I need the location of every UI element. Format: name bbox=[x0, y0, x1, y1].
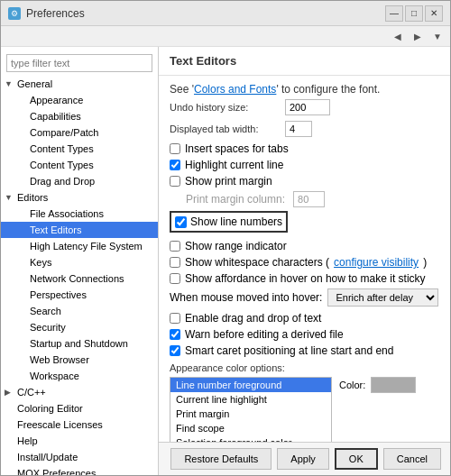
sidebar-label-drag-drop: Drag and Drop bbox=[30, 176, 95, 187]
minimize-button[interactable]: — bbox=[385, 5, 403, 22]
forward-button[interactable]: ▶ bbox=[409, 28, 427, 44]
sidebar-label-web-browser: Web Browser bbox=[30, 354, 89, 365]
tab-width-label: Displayed tab width: bbox=[170, 124, 278, 134]
sidebar-item-web-browser[interactable]: Web Browser bbox=[1, 352, 158, 368]
smart-caret-checkbox[interactable] bbox=[170, 345, 180, 356]
sidebar-item-drag-drop[interactable]: Drag and Drop bbox=[1, 173, 158, 189]
color-item-print-margin[interactable]: Print margin bbox=[170, 407, 331, 421]
sidebar-item-capabilities[interactable]: Capabilities bbox=[1, 108, 158, 124]
sidebar-label-workspace: Workspace bbox=[30, 371, 79, 381]
sidebar-label-content-types: Content Types bbox=[30, 143, 94, 154]
sidebar-item-compare-patch[interactable]: Compare/Patch bbox=[1, 124, 158, 141]
sidebar-label-capabilities: Capabilities bbox=[30, 111, 81, 122]
print-margin-col-input[interactable] bbox=[293, 191, 325, 207]
window-title: Preferences bbox=[26, 7, 85, 20]
sidebar-item-mqx-preferences[interactable]: MQX Preferences bbox=[1, 465, 158, 475]
sidebar-item-editors[interactable]: Editors bbox=[1, 189, 158, 206]
sidebar-item-keys[interactable]: Keys bbox=[1, 254, 158, 270]
color-item-line-number-fg[interactable]: Line number foreground bbox=[170, 378, 331, 392]
sidebar-label-compare-patch: Compare/Patch bbox=[30, 127, 98, 138]
home-button[interactable]: ▼ bbox=[428, 28, 446, 44]
sidebar-item-content-types[interactable]: Content Types bbox=[1, 141, 158, 157]
sidebar-label-help: Help bbox=[17, 435, 38, 446]
color-item-current-line-highlight[interactable]: Current line highlight bbox=[170, 392, 331, 407]
smart-caret-label: Smart caret positioning at line start an… bbox=[185, 344, 393, 357]
appearance-label: Appearance color options: bbox=[170, 362, 439, 373]
tab-width-input[interactable] bbox=[285, 121, 312, 137]
affordance-checkbox[interactable] bbox=[170, 273, 180, 284]
sidebar-item-diagnostic-info[interactable]: Content Types bbox=[1, 157, 158, 173]
sidebar-label-freescale-licenses: Freescale Licenses bbox=[17, 419, 103, 430]
description-suffix: ' to configure the font. bbox=[276, 83, 380, 96]
cancel-button[interactable]: Cancel bbox=[383, 448, 441, 470]
color-item-find-scope[interactable]: Find scope bbox=[170, 421, 331, 435]
sidebar-label-keys: Keys bbox=[30, 257, 51, 268]
show-line-numbers-checkbox[interactable] bbox=[175, 216, 187, 228]
sidebar-item-workspace[interactable]: Workspace bbox=[1, 368, 158, 384]
sidebar-label-file-associations: File Associations bbox=[30, 208, 104, 219]
sidebar-label-security: Security bbox=[30, 322, 66, 333]
configure-visibility-link[interactable]: configure visibility bbox=[334, 256, 419, 269]
appearance-section: Appearance color options: Line number fo… bbox=[170, 362, 439, 442]
sidebar-item-c-cpp[interactable]: C/C++ bbox=[1, 384, 158, 400]
sidebar-item-coloring-editor[interactable]: Coloring Editor bbox=[1, 400, 158, 416]
sidebar-item-help[interactable]: Help bbox=[1, 433, 158, 449]
expand-icon-general bbox=[5, 79, 17, 88]
filter-input[interactable] bbox=[6, 54, 152, 72]
sidebar-label-mqx-preferences: MQX Preferences bbox=[17, 468, 96, 475]
sidebar-item-network-connections[interactable]: Network Connections bbox=[1, 270, 158, 287]
panel-footer: Restore Defaults Apply OK Cancel bbox=[159, 442, 450, 475]
enable-drag-drop-checkbox[interactable] bbox=[170, 313, 180, 324]
show-print-margin-checkbox[interactable] bbox=[170, 176, 180, 187]
color-picker-area: Color: bbox=[339, 377, 416, 393]
hover-row: When mouse moved into hover: Enrich afte… bbox=[170, 288, 439, 307]
range-indicator-label: Show range indicator bbox=[185, 240, 287, 252]
apply-button[interactable]: Apply bbox=[277, 448, 329, 470]
undo-history-row: Undo history size: bbox=[170, 99, 439, 115]
sidebar-item-high-latency[interactable]: High Latency File System bbox=[1, 238, 158, 254]
sidebar-item-text-editors[interactable]: Text Editors bbox=[1, 222, 158, 238]
sidebar-item-file-associations[interactable]: File Associations bbox=[1, 206, 158, 222]
sidebar-label-network-connections: Network Connections bbox=[30, 273, 124, 284]
back-button[interactable]: ◀ bbox=[389, 28, 407, 44]
range-indicator-checkbox[interactable] bbox=[170, 241, 180, 252]
insert-spaces-checkbox[interactable] bbox=[170, 143, 180, 154]
highlight-line-checkbox[interactable] bbox=[170, 160, 180, 170]
show-line-numbers-box: Show line numbers bbox=[170, 211, 288, 233]
sidebar: General Appearance Capabilities Compare/… bbox=[1, 47, 159, 475]
sidebar-item-perspectives[interactable]: Perspectives bbox=[1, 287, 158, 303]
colors-fonts-link-1[interactable]: Colors and Fonts bbox=[194, 83, 276, 96]
sidebar-item-install-update[interactable]: Install/Update bbox=[1, 449, 158, 465]
color-swatch-row: Color: bbox=[339, 377, 416, 393]
show-line-numbers-label: Show line numbers bbox=[190, 215, 282, 228]
close-button[interactable]: ✕ bbox=[425, 5, 443, 22]
sidebar-filter-container bbox=[1, 50, 158, 76]
sidebar-label-perspectives: Perspectives bbox=[30, 289, 87, 300]
sidebar-item-startup-shutdown[interactable]: Startup and Shutdown bbox=[1, 335, 158, 352]
sidebar-item-appearance[interactable]: Appearance bbox=[1, 92, 158, 108]
hover-select[interactable]: Enrich after delay Enrich immediately Ne… bbox=[327, 288, 438, 307]
sidebar-item-general[interactable]: General bbox=[1, 76, 158, 92]
warn-derived-label: Warn before editing a derived file bbox=[185, 328, 344, 341]
print-margin-col-row: Print margin column: bbox=[170, 191, 439, 207]
affordance-label: Show affordance in hover on how to make … bbox=[185, 272, 426, 285]
sidebar-item-search[interactable]: Search bbox=[1, 303, 158, 319]
restore-defaults-button[interactable]: Restore Defaults bbox=[170, 448, 272, 470]
color-swatch[interactable] bbox=[371, 377, 416, 393]
description-prefix: See ' bbox=[170, 83, 194, 96]
color-label: Color: bbox=[339, 380, 365, 390]
warn-derived-checkbox[interactable] bbox=[170, 329, 180, 340]
description-text: See 'Colors and Fonts' to configure the … bbox=[170, 83, 439, 96]
expand-icon-c-cpp bbox=[5, 388, 17, 397]
smart-caret-row: Smart caret positioning at line start an… bbox=[170, 344, 439, 357]
sidebar-item-security[interactable]: Security bbox=[1, 319, 158, 335]
expand-icon-editors bbox=[5, 193, 17, 202]
ok-button[interactable]: OK bbox=[335, 448, 378, 470]
enable-drag-drop-row: Enable drag and drop of text bbox=[170, 312, 439, 325]
color-item-selection-fg[interactable]: Selection foreground color bbox=[170, 435, 331, 442]
undo-history-input[interactable] bbox=[285, 99, 330, 115]
sidebar-item-freescale-licenses[interactable]: Freescale Licenses bbox=[1, 416, 158, 433]
maximize-button[interactable]: □ bbox=[405, 5, 423, 22]
whitespace-chars-checkbox[interactable] bbox=[170, 257, 180, 268]
highlight-line-row: Highlight current line bbox=[170, 159, 439, 171]
